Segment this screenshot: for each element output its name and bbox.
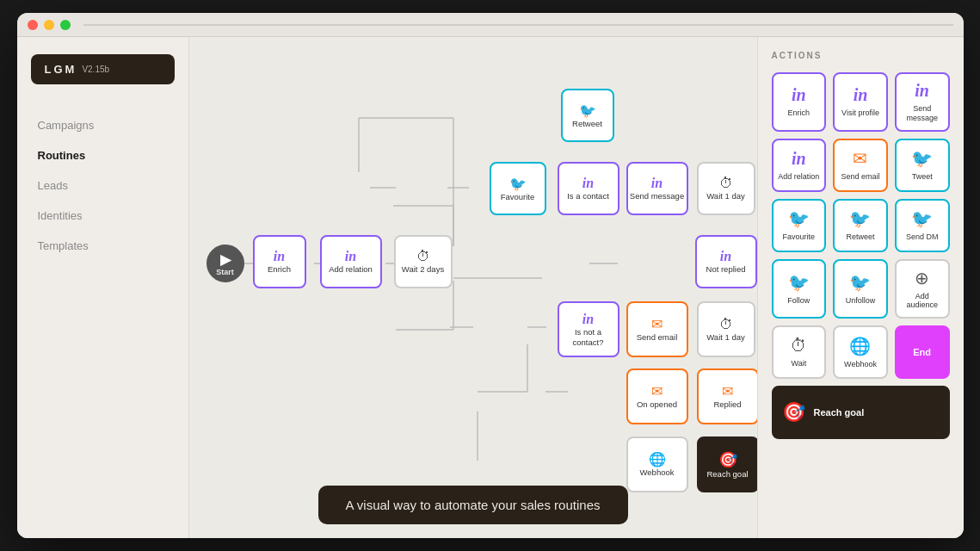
action-webhook[interactable]: 🌐 Webhook: [833, 325, 888, 379]
linkedin-icon-add-relation: in: [345, 249, 356, 264]
node-wait1day-2[interactable]: ⏱ Wait 1 day: [697, 301, 755, 357]
action-wait-label: Wait: [791, 359, 806, 368]
node-wait2days[interactable]: ⏱ Wait 2 days: [394, 235, 453, 288]
node-is-contact-label: Is a contact: [567, 191, 609, 201]
email-icon-send-email: ✉: [651, 316, 663, 332]
action-end[interactable]: End: [895, 325, 950, 379]
node-favourite[interactable]: 🐦 Favourite: [490, 162, 546, 215]
minimize-button[interactable]: [44, 20, 54, 30]
node-on-opened-label: On opened: [637, 399, 677, 409]
li-icon-add-relation: in: [792, 149, 806, 169]
li-icon-enrich: in: [792, 85, 806, 105]
logo-name: LGM: [45, 63, 77, 76]
app-window: LGM V2.15b Campaigns Routines Leads Iden…: [17, 13, 964, 538]
action-send-message[interactable]: in Send message: [895, 72, 950, 132]
tw-icon-unfollow: 🐦: [849, 272, 871, 293]
logo: LGM V2.15b: [31, 54, 175, 84]
email-icon-on-opened: ✉: [651, 383, 663, 399]
node-replied-2[interactable]: ✉ Replied: [697, 368, 757, 424]
actions-grid: in Enrich in Visit profile in Send messa…: [772, 72, 950, 379]
action-unfollow[interactable]: 🐦 Unfollow: [833, 259, 888, 319]
action-add-audience-label: Add audience: [900, 292, 945, 311]
node-start[interactable]: ▶ Start: [206, 245, 244, 282]
globe-icon-webhook-action: 🌐: [849, 336, 871, 356]
node-enrich[interactable]: in Enrich: [253, 235, 306, 288]
reach-goal-row: 🎯 Reach goal: [772, 386, 950, 439]
maximize-button[interactable]: [60, 20, 71, 30]
sidebar-item-identities[interactable]: Identities: [17, 201, 188, 231]
action-visit-label: Visit profile: [841, 108, 879, 118]
action-follow[interactable]: 🐦 Follow: [772, 259, 827, 319]
node-on-opened[interactable]: ✉ On opened: [626, 368, 688, 424]
sidebar-item-templates[interactable]: Templates: [17, 231, 188, 261]
action-send-dm-label: Send DM: [906, 232, 939, 242]
action-retweet[interactable]: 🐦 Retweet: [833, 199, 888, 252]
sidebar: LGM V2.15b Campaigns Routines Leads Iden…: [17, 37, 189, 538]
linkedin-icon-is-contact: in: [582, 176, 594, 191]
action-retweet-label: Retweet: [846, 232, 874, 242]
tw-icon-tweet: 🐦: [911, 148, 933, 169]
node-webhook[interactable]: 🌐 Webhook: [626, 436, 688, 492]
action-send-email-label: Send email: [841, 172, 879, 182]
node-send-msg[interactable]: in Send message: [626, 162, 688, 215]
node-wait1day-2-label: Wait 1 day: [706, 332, 745, 342]
action-end-label: End: [913, 347, 931, 358]
action-unfollow-label: Unfollow: [846, 296, 876, 306]
close-button[interactable]: [28, 20, 38, 30]
node-is-contact[interactable]: in Is a contact: [558, 162, 619, 215]
email-icon-send-email-action: ✉: [853, 148, 867, 169]
flow-canvas-area[interactable]: ▶ Start in Enrich in Add relation ⏱ Wait…: [189, 37, 757, 538]
action-visit-profile[interactable]: in Visit profile: [833, 72, 888, 132]
linkedin-icon-not-replied: in: [720, 249, 731, 264]
node-replied-2-label: Replied: [713, 399, 741, 409]
action-favourite-label: Favourite: [783, 232, 816, 242]
node-retweet[interactable]: 🐦 Retweet: [561, 89, 614, 142]
action-add-audience[interactable]: ⊕ Add audience: [895, 259, 950, 319]
action-enrich-label: Enrich: [788, 108, 811, 118]
bottom-banner: A visual way to automate your sales rout…: [318, 486, 628, 524]
sidebar-item-campaigns[interactable]: Campaigns: [17, 110, 188, 140]
sidebar-item-routines[interactable]: Routines: [17, 140, 188, 170]
node-send-email[interactable]: ✉ Send email: [626, 301, 688, 357]
node-not-replied-1-label: Not replied: [706, 264, 746, 274]
action-favourite[interactable]: 🐦 Favourite: [772, 199, 827, 252]
actions-title: ACTIONS: [772, 51, 950, 60]
node-is-not-contact[interactable]: in Is not a contact?: [558, 301, 619, 357]
node-wait2days-label: Wait 2 days: [402, 264, 444, 274]
action-send-email[interactable]: ✉ Send email: [833, 139, 888, 192]
action-send-dm[interactable]: 🐦 Send DM: [895, 199, 950, 252]
globe-icon-webhook: 🌐: [649, 451, 666, 467]
node-wait1day-1[interactable]: ⏱ Wait 1 day: [697, 162, 755, 215]
target-icon-action: 🎯: [782, 401, 805, 424]
node-add-relation[interactable]: in Add relation: [320, 235, 382, 288]
logo-version: V2.15b: [82, 65, 109, 74]
title-bar: [17, 13, 964, 37]
tw-icon-retweet: 🐦: [849, 208, 871, 229]
action-reach-goal[interactable]: 🎯 Reach goal: [772, 386, 950, 439]
node-reach-goal-flow-label: Reach goal: [706, 469, 748, 479]
li-icon-send-msg: in: [915, 81, 929, 101]
action-tweet[interactable]: 🐦 Tweet: [895, 139, 950, 192]
tw-icon-favourite: 🐦: [788, 208, 810, 229]
action-wait[interactable]: ⏱ Wait: [772, 325, 827, 379]
action-reach-goal-label: Reach goal: [814, 407, 865, 418]
node-favourite-label: Favourite: [501, 192, 535, 201]
action-follow-label: Follow: [787, 296, 810, 306]
node-not-replied-1[interactable]: in Not replied: [695, 235, 757, 288]
plus-icon-audience: ⊕: [915, 268, 929, 288]
li-icon-visit: in: [854, 85, 868, 105]
twitter-icon-favourite: 🐦: [509, 176, 527, 192]
action-add-relation[interactable]: in Add relation: [772, 139, 827, 192]
node-reach-goal-flow[interactable]: 🎯 Reach goal: [697, 436, 757, 492]
title-bar-line: [83, 24, 953, 26]
clock-icon-wait1: ⏱: [719, 176, 733, 191]
sidebar-item-leads[interactable]: Leads: [17, 170, 188, 201]
twitter-icon-retweet: 🐦: [579, 102, 596, 119]
clock-icon-wait-action: ⏱: [790, 336, 807, 356]
email-icon-replied-2: ✉: [722, 383, 733, 399]
node-wait1day-1-label: Wait 1 day: [706, 191, 745, 201]
action-enrich[interactable]: in Enrich: [772, 72, 827, 132]
node-send-msg-label: Send message: [630, 191, 684, 201]
linkedin-icon-is-not-contact: in: [582, 312, 594, 327]
node-webhook-label: Webhook: [640, 467, 675, 477]
